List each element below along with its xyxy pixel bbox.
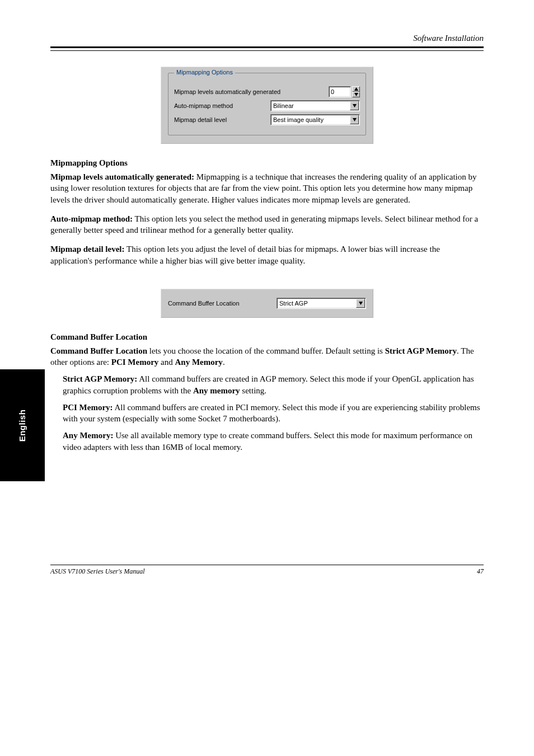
row-mipmap-detail-level: Mipmap detail level Best image quality [174, 114, 360, 125]
chevron-down-icon[interactable] [356, 299, 365, 308]
footer-left: ASUS V7100 Series User's Manual [50, 567, 145, 576]
chevron-down-icon[interactable] [350, 101, 359, 110]
spinner-up-icon[interactable] [352, 86, 360, 92]
chevron-down-icon[interactable] [350, 115, 359, 124]
command-buffer-panel: Command Buffer Location Strict AGP [161, 289, 373, 318]
header-rule-thin [50, 50, 484, 51]
side-tab: English [0, 369, 45, 481]
select-auto-mipmap-method[interactable]: Bilinear [270, 100, 360, 111]
svg-marker-1 [354, 93, 358, 96]
para-command-buffer-intro: Command Buffer Location lets you choose … [50, 345, 484, 368]
para-mipmap-levels: Mipmap levels automatically generated: M… [50, 171, 484, 205]
para-strict-agp: Strict AGP Memory: All command buffers a… [50, 373, 484, 396]
running-head: Software Installation [50, 34, 484, 43]
select-command-buffer[interactable]: Strict AGP [277, 298, 366, 309]
side-tab-label: English [17, 409, 27, 442]
footer: ASUS V7100 Series User's Manual 47 [50, 565, 484, 576]
select-value: Strict AGP [279, 300, 308, 307]
label-command-buffer: Command Buffer Location [168, 300, 277, 307]
para-mipmap-detail-level: Mipmap detail level: This option lets yo… [50, 243, 484, 266]
select-mipmap-detail-level[interactable]: Best image quality [270, 114, 360, 125]
select-value: Best image quality [273, 116, 324, 123]
heading-command-buffer: Command Buffer Location [50, 332, 484, 342]
spinner-down-icon[interactable] [352, 92, 360, 97]
svg-marker-0 [354, 87, 358, 91]
heading-mipmapping-options: Mipmapping Options [50, 158, 484, 168]
label-auto-mipmap-method: Auto-mipmap method [174, 102, 270, 109]
mipmapping-legend: Mipmapping Options [174, 69, 235, 76]
footer-page-number: 47 [477, 567, 484, 576]
mipmapping-fieldset: Mipmapping Options Mipmap levels automat… [168, 73, 366, 135]
para-any-memory: Any Memory: Use all available memory typ… [50, 430, 484, 453]
svg-marker-4 [359, 302, 363, 305]
svg-marker-3 [353, 118, 357, 121]
spinner-mipmap-levels[interactable] [352, 86, 360, 97]
select-value: Bilinear [273, 102, 294, 109]
input-mipmap-levels[interactable]: 0 [329, 86, 351, 97]
para-pci-memory: PCI Memory: All command buffers are crea… [50, 402, 484, 425]
mipmapping-options-panel: Mipmapping Options Mipmap levels automat… [161, 67, 373, 144]
label-mipmap-detail-level: Mipmap detail level [174, 116, 270, 123]
label-mipmap-levels: Mipmap levels automatically generated [174, 88, 329, 95]
row-command-buffer: Command Buffer Location Strict AGP [168, 298, 366, 309]
header-rule-thick [50, 46, 484, 48]
svg-marker-2 [353, 104, 357, 107]
row-mipmap-levels: Mipmap levels automatically generated 0 [174, 86, 360, 97]
para-auto-mipmap-method: Auto-mipmap method: This option lets you… [50, 213, 484, 236]
row-auto-mipmap-method: Auto-mipmap method Bilinear [174, 100, 360, 111]
